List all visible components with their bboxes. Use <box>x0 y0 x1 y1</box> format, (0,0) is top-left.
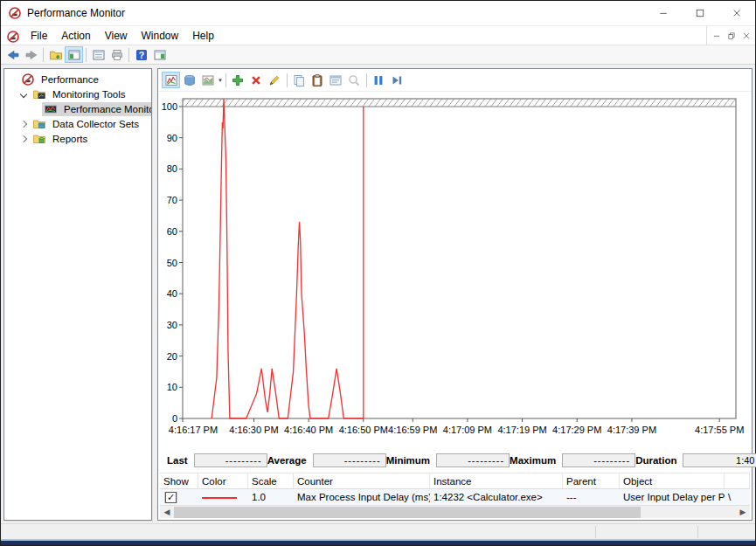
svg-text:4:17:09 PM: 4:17:09 PM <box>443 425 492 435</box>
sidebar-item-performance-monitor[interactable]: Performance Monitor <box>4 101 151 116</box>
properties-dialog-icon <box>329 73 343 87</box>
view-current-activity-button[interactable] <box>162 72 180 88</box>
help-button[interactable]: ? <box>132 46 150 63</box>
stat-label: Minimum <box>386 455 430 466</box>
menu-action[interactable]: Action <box>54 28 97 44</box>
copy-icon <box>292 73 306 87</box>
show-checkbox[interactable]: ✓ <box>160 492 198 503</box>
mdi-restore-button[interactable] <box>724 29 739 42</box>
svg-text:4:16:50 PM: 4:16:50 PM <box>339 425 388 435</box>
sidebar-item-monitoring-tools[interactable]: Monitoring Tools <box>4 86 151 101</box>
stat-average: Average--------- <box>267 453 386 467</box>
counter-stats-row: Last---------Average---------Minimum----… <box>158 450 752 471</box>
svg-text:0: 0 <box>172 413 177 424</box>
print-button[interactable] <box>108 46 126 63</box>
menu-file[interactable]: File <box>24 28 54 44</box>
column-header-object[interactable]: Object <box>620 473 725 488</box>
properties-dialog-button[interactable] <box>327 72 345 88</box>
column-header-scale[interactable]: Scale <box>248 473 294 488</box>
menu-window[interactable]: Window <box>135 28 186 44</box>
checkbox-checked-icon[interactable]: ✓ <box>165 492 177 503</box>
freeze-display-button[interactable] <box>370 72 388 88</box>
svg-text:100: 100 <box>162 101 177 112</box>
sidebar-item-reports[interactable]: Reports <box>4 131 151 146</box>
main-content: PerformanceMonitoring ToolsPerformance M… <box>1 65 755 523</box>
highlight-icon <box>267 73 281 87</box>
export-button[interactable] <box>46 46 65 63</box>
chevron-down-icon[interactable] <box>20 90 27 97</box>
menu-help[interactable]: Help <box>185 28 221 44</box>
column-header-instance[interactable]: Instance <box>430 473 563 488</box>
column-header-counter[interactable]: Counter <box>294 473 430 488</box>
chevron-right-icon[interactable] <box>20 120 27 127</box>
svg-text:80: 80 <box>167 163 177 174</box>
counter-table-header[interactable]: ShowColorScaleCounterInstanceParentObjec… <box>160 473 750 489</box>
column-header-parent[interactable]: Parent <box>563 473 620 488</box>
stat-label: Last <box>167 455 188 466</box>
stat-value: --------- <box>436 453 510 467</box>
reports-icon <box>32 132 46 146</box>
delete-icon <box>249 73 263 87</box>
sidebar-item-performance[interactable]: Performance <box>4 72 151 86</box>
properties-window-icon <box>92 48 106 62</box>
change-graph-type-icon <box>201 73 215 87</box>
copy-properties-button[interactable] <box>290 72 309 88</box>
perfmon-icon <box>21 73 35 86</box>
back-icon <box>6 48 20 62</box>
show-action-pane-button[interactable] <box>150 46 169 63</box>
perfmon-logo-icon <box>8 6 22 20</box>
stat-value: --------- <box>313 453 386 467</box>
color-swatch <box>198 492 248 502</box>
counter-table: ShowColorScaleCounterInstanceParentObjec… <box>160 473 750 518</box>
mdi-minimize-button[interactable] <box>709 29 724 42</box>
print-icon <box>110 48 124 62</box>
horizontal-scrollbar[interactable]: ◀ ▶ <box>160 505 750 518</box>
delete-counter-button[interactable] <box>247 72 266 88</box>
forward-button[interactable] <box>22 46 40 63</box>
title-bar: Performance Monitor <box>1 1 755 25</box>
paste-counter-list-button[interactable] <box>309 72 327 88</box>
close-button[interactable] <box>718 1 755 25</box>
change-graph-type-button[interactable] <box>198 72 217 88</box>
column-header-computer[interactable] <box>725 473 750 488</box>
column-header-show[interactable]: Show <box>160 473 198 488</box>
paste-icon <box>310 73 324 87</box>
tree-item-label: Reports <box>50 133 90 145</box>
svg-text:4:17:39 PM: 4:17:39 PM <box>607 425 656 435</box>
sidebar-item-data-collector-sets[interactable]: Data Collector Sets <box>4 116 151 131</box>
chevron-down-icon[interactable]: ▼ <box>218 78 223 83</box>
back-button[interactable] <box>3 46 22 63</box>
svg-text:30: 30 <box>167 320 177 330</box>
stat-minimum: Minimum--------- <box>386 453 510 467</box>
toolbar-separator <box>86 48 87 62</box>
maximize-button[interactable] <box>682 1 718 25</box>
minimize-button[interactable] <box>645 1 682 25</box>
mdi-close-button[interactable] <box>739 29 753 42</box>
scrollbar-thumb[interactable] <box>174 507 641 518</box>
svg-text:4:16:17 PM: 4:16:17 PM <box>169 425 218 435</box>
svg-text:10: 10 <box>167 382 177 392</box>
column-header-color[interactable]: Color <box>198 473 248 488</box>
scroll-left-icon[interactable]: ◀ <box>160 506 174 518</box>
show-console-tree-button[interactable] <box>65 46 83 63</box>
svg-text:90: 90 <box>167 133 177 143</box>
update-data-button[interactable] <box>388 72 406 88</box>
svg-text:60: 60 <box>167 226 177 237</box>
status-bar-separator <box>697 526 698 538</box>
view-log-data-button[interactable] <box>180 72 198 88</box>
zoom-button[interactable] <box>345 72 364 88</box>
properties-button[interactable] <box>89 46 108 63</box>
performance-chart[interactable]: 01020304050607080901004:16:17 PM4:16:30 … <box>158 92 752 450</box>
scrollbar-track[interactable] <box>174 506 736 518</box>
scroll-right-icon[interactable]: ▶ <box>736 506 750 518</box>
status-bar-separator <box>595 526 596 538</box>
instance-value: 1:4232 <Calculator.exe> <box>430 492 563 502</box>
stat-last: Last--------- <box>167 453 267 467</box>
highlight-button[interactable] <box>266 72 284 88</box>
chevron-right-icon[interactable] <box>20 135 27 142</box>
menu-view[interactable]: View <box>98 28 135 44</box>
mmc-toolbar: ? <box>1 45 755 65</box>
add-counter-button[interactable] <box>229 72 247 88</box>
svg-text:20: 20 <box>167 351 177 362</box>
counter-table-row[interactable]: ✓1.0Max Process Input Delay (ms)1:4232 <… <box>160 489 750 505</box>
